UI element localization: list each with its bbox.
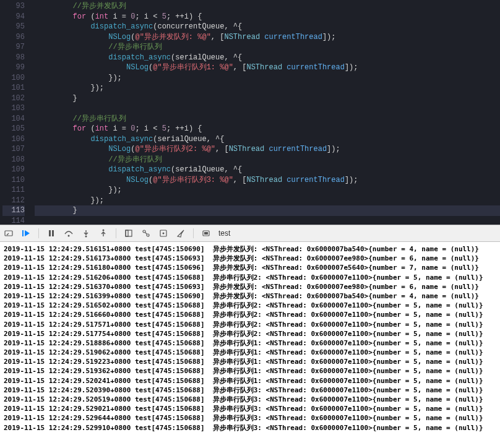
code-line[interactable]: } [35, 205, 500, 216]
target-label[interactable]: test [218, 229, 230, 238]
continue-icon[interactable] [21, 228, 31, 238]
target-icon[interactable] [201, 228, 211, 238]
code-line[interactable]: for (int i = 0; i < 5; ++i) { [35, 12, 500, 22]
code-line[interactable]: //异步串行队列 [35, 42, 500, 53]
code-line[interactable]: NSLog(@"异步串行队列1: %@", [NSThread currentT… [35, 62, 500, 73]
console-line: 2019-11-15 12:24:29.516173+0800 test[474… [4, 254, 496, 263]
code-line[interactable]: for (int i = 0; i < 5; ++i) { [35, 124, 500, 134]
code-line[interactable]: dispatch_async(serialQueue, ^{ [35, 134, 500, 145]
console-line: 2019-11-15 12:24:29.516399+0800 test[474… [4, 291, 496, 301]
console-line: 2019-11-15 12:24:29.516151+0800 test[474… [4, 244, 496, 254]
line-number: 98 [2, 53, 25, 63]
console-line: 2019-11-15 12:24:29.529910+0800 test[474… [4, 423, 496, 433]
code-line[interactable]: }); [35, 73, 500, 84]
console-line: 2019-11-15 12:24:29.520519+0800 test[474… [4, 395, 496, 404]
code-line[interactable]: }); [35, 185, 500, 196]
line-number: 108 [2, 155, 25, 165]
line-number: 112 [2, 196, 25, 206]
code-line[interactable]: } [35, 93, 500, 104]
code-line[interactable]: NSLog(@"异步串行队列3: %@", [NSThread currentT… [35, 175, 500, 186]
step-over-icon[interactable] [64, 228, 74, 238]
location-icon[interactable] [176, 228, 186, 238]
svg-point-9 [143, 230, 145, 233]
line-number: 104 [2, 114, 25, 124]
svg-rect-14 [204, 232, 208, 235]
svg-rect-3 [52, 230, 54, 236]
line-number: 102 [2, 93, 25, 104]
toolbar-separator [116, 228, 116, 238]
line-number: 100 [2, 73, 25, 84]
code-editor[interactable]: 9394959697989910010110210310410510610710… [0, 0, 500, 225]
line-number: 113 [2, 205, 25, 216]
code-line[interactable]: dispatch_async(serialQueue, ^{ [35, 165, 500, 175]
console-line: 2019-11-15 12:24:29.520241+0800 test[474… [4, 376, 496, 386]
line-number: 94 [2, 12, 25, 22]
svg-point-6 [103, 230, 105, 231]
code-line[interactable] [35, 216, 500, 225]
code-area[interactable]: //异步并发队列 for (int i = 0; i < 5; ++i) { d… [35, 0, 500, 225]
console-line: 2019-11-15 12:24:29.516206+0800 test[474… [4, 273, 496, 282]
svg-point-4 [68, 235, 70, 237]
line-number: 103 [2, 103, 25, 114]
toggle-debug-icon[interactable] [4, 228, 14, 238]
line-number: 101 [2, 83, 25, 93]
svg-rect-2 [49, 230, 51, 236]
svg-point-10 [147, 234, 149, 236]
memory-graph-icon[interactable] [158, 228, 168, 238]
line-number: 95 [2, 22, 25, 32]
step-into-icon[interactable] [81, 228, 91, 238]
line-number: 96 [2, 32, 25, 43]
console-line: 2019-11-15 12:24:29.516502+0800 test[474… [4, 301, 496, 310]
line-number: 109 [2, 165, 25, 175]
console-line: 2019-11-15 12:24:29.529021+0800 test[474… [4, 404, 496, 413]
step-out-icon[interactable] [98, 228, 108, 238]
code-line[interactable]: //异步并发队列 [35, 1, 500, 12]
code-line[interactable]: }); [35, 83, 500, 93]
svg-rect-1 [22, 230, 24, 236]
console-line: 2019-11-15 12:24:29.517571+0800 test[474… [4, 320, 496, 329]
console-line: 2019-11-15 12:24:29.516180+0800 test[474… [4, 263, 496, 272]
code-line[interactable] [35, 103, 500, 114]
svg-point-5 [85, 236, 87, 238]
line-number-gutter: 9394959697989910010110210310410510610710… [0, 0, 30, 225]
svg-point-12 [163, 233, 165, 235]
console-line: 2019-11-15 12:24:29.529644+0800 test[474… [4, 413, 496, 423]
line-number: 110 [2, 175, 25, 186]
code-line[interactable]: //异步串行队列 [35, 155, 500, 165]
debug-view-icon[interactable] [124, 228, 134, 238]
code-line[interactable]: dispatch_async(concurrentQueue, ^{ [35, 22, 500, 32]
console-line: 2019-11-15 12:24:29.520390+0800 test[474… [4, 386, 496, 395]
fold-ribbon [30, 0, 35, 225]
code-line[interactable]: //异步串行队列 [35, 114, 500, 124]
breakpoints-icon[interactable] [141, 228, 151, 238]
line-number: 107 [2, 144, 25, 155]
svg-rect-8 [126, 230, 128, 236]
code-line[interactable]: NSLog(@"异步串行队列2: %@", [NSThread currentT… [35, 144, 500, 155]
line-number: 93 [2, 1, 25, 12]
debug-console[interactable]: 2019-11-15 12:24:29.516151+0800 test[474… [0, 242, 500, 448]
svg-rect-7 [126, 230, 132, 236]
console-line: 2019-11-15 12:24:29.519362+0800 test[474… [4, 366, 496, 376]
line-number: 99 [2, 62, 25, 73]
toolbar-separator [38, 228, 39, 238]
line-number: 111 [2, 185, 25, 196]
code-line[interactable]: NSLog(@"异步并发队列: %@", [NSThread currentTh… [35, 32, 500, 43]
code-line[interactable]: dispatch_async(serialQueue, ^{ [35, 53, 500, 63]
console-line: 2019-11-15 12:24:29.516660+0800 test[474… [4, 310, 496, 319]
console-line: 2019-11-15 12:24:29.519223+0800 test[474… [4, 357, 496, 366]
line-number: 114 [2, 216, 25, 225]
line-number: 97 [2, 42, 25, 53]
pause-icon[interactable] [46, 228, 56, 238]
debug-toolbar: test [0, 225, 500, 242]
toolbar-separator [193, 228, 194, 238]
line-number: 105 [2, 124, 25, 134]
console-line: 2019-11-15 12:24:29.519062+0800 test[474… [4, 348, 496, 357]
line-number: 106 [2, 134, 25, 145]
console-line: 2019-11-15 12:24:29.518886+0800 test[474… [4, 338, 496, 348]
console-line: 2019-11-15 12:24:29.517754+0800 test[474… [4, 329, 496, 338]
console-line: 2019-11-15 12:24:29.516370+0800 test[474… [4, 282, 496, 291]
code-line[interactable]: }); [35, 196, 500, 206]
